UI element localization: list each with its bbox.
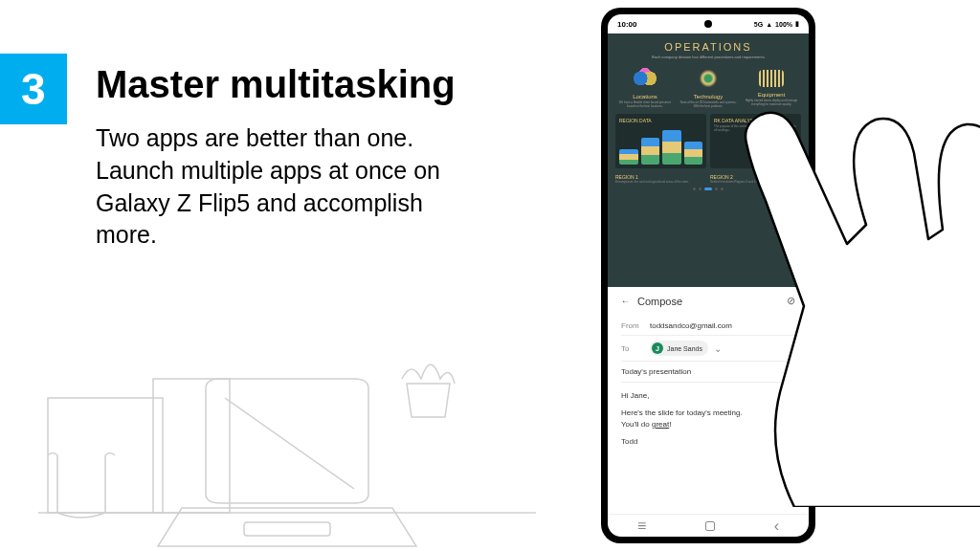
locations-icon — [634, 67, 657, 90]
page-description: Two apps are better than one. Launch mul… — [96, 122, 479, 252]
back-nav-icon[interactable]: ‹ — [774, 518, 779, 535]
step-number: 3 — [21, 64, 46, 114]
recipient-name: Jane Sands — [667, 345, 702, 352]
status-indicators: 5G ▲ 100% ▮ — [754, 20, 799, 28]
info-card: Technology State of the art 3D framework… — [679, 67, 738, 108]
info-text: State of the art 3D frameworks and syste… — [679, 101, 738, 108]
front-camera — [704, 20, 712, 28]
status-time: 10:00 — [617, 20, 636, 29]
bar-chart — [619, 126, 702, 165]
svg-rect-4 — [244, 522, 330, 536]
info-label: Technology — [679, 94, 738, 99]
recents-icon[interactable]: ≡ — [637, 518, 646, 535]
desk-illustration — [38, 302, 536, 551]
battery-icon: ▮ — [795, 20, 799, 28]
page-title: Master multitasking — [96, 63, 456, 106]
info-card: Locations We have a flexible client base… — [615, 67, 675, 108]
data-title: REGION DATA — [619, 118, 702, 123]
back-icon[interactable]: ← — [621, 297, 630, 306]
recipient-avatar: J — [652, 342, 663, 354]
hand-illustration — [737, 86, 980, 507]
operations-subtitle: Each company division has different proc… — [615, 55, 801, 59]
data-card: REGION DATA — [615, 114, 706, 168]
home-icon[interactable] — [705, 521, 715, 531]
info-label: Locations — [615, 94, 675, 99]
battery-label: 100% — [775, 21, 792, 28]
region-text: Encompasses the rural and agricultural a… — [615, 180, 706, 184]
region-card: REGION 1 Encompasses the rural and agric… — [615, 174, 706, 184]
to-label: To — [621, 344, 644, 353]
svg-rect-2 — [153, 379, 230, 513]
step-number-badge: 3 — [0, 54, 67, 124]
svg-line-3 — [225, 398, 354, 489]
compose-title: Compose — [637, 296, 682, 307]
android-nav-bar[interactable]: ≡ ‹ — [608, 514, 809, 537]
recipient-chip[interactable]: J Jane Sands — [650, 341, 708, 356]
chevron-down-icon[interactable]: ⌄ — [714, 343, 722, 354]
info-text: We have a flexible client based presence… — [615, 101, 675, 108]
network-label: 5G — [754, 21, 763, 28]
from-label: From — [621, 321, 644, 330]
technology-icon — [697, 67, 720, 90]
operations-title: OPERATIONS — [615, 41, 801, 53]
signal-icon: ▲ — [766, 21, 772, 28]
equipment-icon — [759, 70, 784, 87]
